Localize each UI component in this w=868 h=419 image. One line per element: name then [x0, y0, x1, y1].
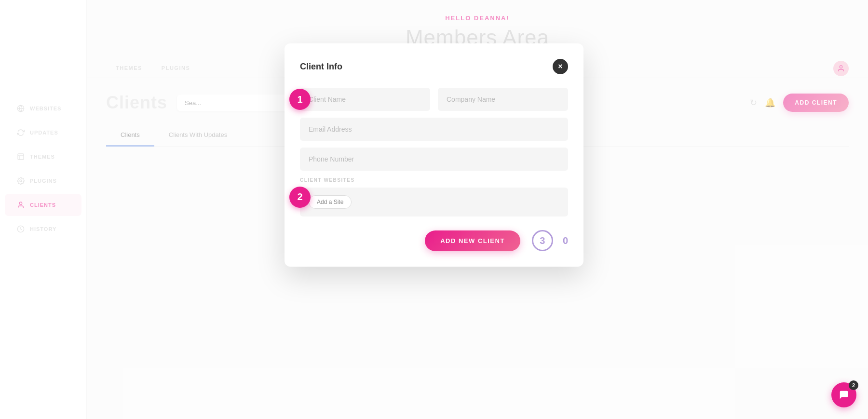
- phone-row: [300, 148, 568, 171]
- add-new-client-button[interactable]: ADD NEW CLIENT: [425, 230, 520, 251]
- client-websites-section: 2 CLIENT WEBSITES Add a Site: [300, 177, 568, 216]
- add-site-button[interactable]: Add a Site: [309, 195, 352, 209]
- chat-widget[interactable]: 2: [831, 382, 856, 407]
- chat-badge: 2: [849, 380, 858, 390]
- company-name-input[interactable]: [438, 88, 568, 111]
- step-2-badge: 2: [289, 187, 311, 208]
- websites-area: Add a Site: [300, 188, 568, 216]
- client-name-input[interactable]: [300, 88, 430, 111]
- step-1-badge: 1: [289, 89, 311, 110]
- step-3-badge: 3: [532, 230, 553, 251]
- name-row: 1: [300, 88, 568, 111]
- modal-client-info: Client Info × 1 2 CLIENT WEBSITES Add a …: [285, 43, 583, 267]
- email-input[interactable]: [300, 118, 568, 141]
- chat-icon: [839, 390, 849, 400]
- email-row: [300, 118, 568, 141]
- websites-section-label: CLIENT WEBSITES: [300, 177, 568, 183]
- phone-input[interactable]: [300, 148, 568, 171]
- modal-close-button[interactable]: ×: [553, 59, 568, 74]
- modal-header: Client Info ×: [300, 59, 568, 74]
- modal-footer: ADD NEW CLIENT 3 0: [300, 230, 568, 251]
- step-3-number: 0: [563, 235, 568, 246]
- modal-title: Client Info: [300, 62, 342, 72]
